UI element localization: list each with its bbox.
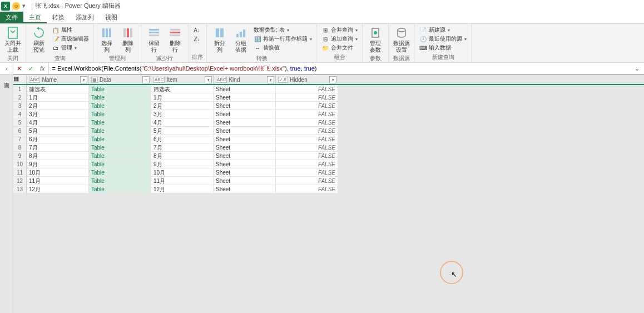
group-label-datasource: 数据源: [392, 54, 411, 63]
excel-icon: X: [1, 2, 10, 11]
combinefiles-icon: 📁: [321, 44, 329, 52]
newsource-icon: 📄: [419, 26, 427, 34]
formula-true1: true: [290, 65, 301, 72]
new-source-button[interactable]: 📄新建源▾: [419, 26, 467, 34]
choose-cols-label: 选择 列: [101, 40, 112, 53]
split-column-button[interactable]: 拆分 列: [210, 25, 229, 54]
caret-icon: ▾: [355, 28, 358, 33]
formula-dropdown[interactable]: ⌄: [630, 65, 644, 72]
refresh-icon: [32, 26, 46, 39]
refresh-preview-button[interactable]: 刷新 预览: [29, 25, 48, 54]
params-icon: [369, 26, 382, 39]
tab-home[interactable]: 主页: [23, 12, 47, 23]
formula-input[interactable]: = Excel.Workbook(File.Contents("C:\Users…: [49, 64, 630, 73]
replace-values-button[interactable]: ↔替换值: [254, 44, 312, 52]
close-load-label: 关闭并 上载: [4, 40, 21, 53]
sort-desc-icon: Z↓: [193, 35, 201, 43]
tab-transform[interactable]: 转换: [47, 12, 70, 23]
group-label-combine: 组合: [320, 53, 359, 62]
datatype-button[interactable]: 数据类型: 表▾: [254, 26, 312, 34]
separator: |: [31, 3, 33, 9]
svg-rect-4: [123, 28, 126, 37]
group-label-managecols: 管理列: [97, 54, 137, 63]
append-label: 追加查询: [331, 35, 353, 43]
quick-access-dropdown[interactable]: ▾: [22, 2, 26, 9]
manage-button[interactable]: 🗂管理▾: [52, 44, 89, 52]
svg-rect-1: [102, 28, 105, 37]
caret-icon: ▾: [448, 28, 450, 33]
datatype-label: 数据类型: 表: [254, 26, 285, 34]
tab-view[interactable]: 视图: [100, 12, 123, 23]
manage-icon: 🗂: [52, 44, 60, 52]
svg-rect-11: [170, 32, 180, 33]
ribbon-group-transform: 拆分 列 分组 依据 数据类型: 表▾ 🔠将第一行用作标题▾ ↔替换值 转换: [207, 24, 317, 62]
combine-files-button[interactable]: 📁合并文件: [321, 44, 358, 52]
ribbon-group-query: 刷新 预览 📋属性 📝高级编辑器 🗂管理▾ 查询: [26, 24, 94, 62]
svg-rect-3: [109, 28, 111, 37]
enter-data-button[interactable]: ⌨输入数据: [419, 44, 467, 52]
remove-columns-button[interactable]: 删除 列: [118, 25, 137, 54]
caret-icon: ▾: [355, 37, 358, 42]
sort-asc-icon: A↓: [193, 26, 201, 34]
window-title-app: Power Query 编辑器: [65, 2, 121, 10]
close-and-load-button[interactable]: 关闭并 上载: [3, 25, 22, 54]
split-col-icon: [213, 26, 226, 39]
enterdata-label: 输入数据: [429, 44, 451, 52]
svg-rect-7: [149, 29, 159, 31]
svg-rect-6: [130, 28, 132, 37]
caret-icon: ▾: [310, 37, 312, 42]
choose-cols-icon: [100, 26, 113, 39]
properties-button[interactable]: 📋属性: [52, 26, 89, 34]
replace-label: 替换值: [263, 44, 280, 52]
ribbon-tabs: 文件 主页 转换 添加列 视图: [0, 12, 644, 24]
tab-addcolumn[interactable]: 添加列: [70, 12, 100, 23]
ribbon-group-managecols: 选择 列 删除 列 管理列: [94, 24, 141, 62]
remove-cols-label: 删除 列: [122, 40, 133, 53]
window-title-sep: -: [60, 3, 65, 9]
append-queries-button[interactable]: ⊟追加查询▾: [321, 35, 358, 43]
params-label: 管理 参数: [370, 40, 381, 53]
choose-columns-button[interactable]: 选择 列: [97, 25, 116, 54]
formula-text-2: ),: [285, 65, 290, 72]
ribbon: 关闭并 上载 关闭 刷新 预览 📋属性 📝高级编辑器 🗂管理▾ 查询 选择 列: [0, 24, 644, 63]
group-label-transform: 转换: [210, 54, 313, 63]
formula-cancel-button[interactable]: ✕: [13, 65, 25, 72]
keep-rows-button[interactable]: 保留 行: [145, 25, 164, 54]
svg-rect-9: [149, 34, 159, 36]
svg-rect-16: [240, 32, 242, 37]
group-by-button[interactable]: 分组 依据: [231, 25, 250, 54]
adv-editor-icon: 📝: [52, 35, 60, 43]
remove-rows-label: 删除 行: [170, 40, 181, 53]
formula-accept-button[interactable]: ✓: [25, 65, 37, 72]
combinefiles-label: 合并文件: [331, 44, 353, 52]
merge-queries-button[interactable]: ⊞合并查询▾: [321, 26, 358, 34]
replace-icon: ↔: [254, 44, 261, 52]
tab-file[interactable]: 文件: [0, 12, 23, 23]
recent-sources-button[interactable]: 🕘最近使用的源▾: [419, 35, 467, 43]
datasource-settings-button[interactable]: 数据源 设置: [392, 25, 411, 54]
advanced-editor-button[interactable]: 📝高级编辑器: [52, 35, 89, 43]
svg-rect-10: [170, 29, 180, 31]
firstrow-label: 将第一行用作标题: [263, 35, 308, 43]
ribbon-group-sort: A↓ Z↓ 排序: [189, 24, 207, 62]
window-title-filename: 张飞.xlsx: [35, 2, 60, 10]
properties-label: 属性: [61, 26, 72, 34]
firstrow-icon: 🔠: [254, 35, 261, 43]
ribbon-group-close: 关闭并 上载 关闭: [0, 24, 26, 62]
group-label-query: 查询: [29, 54, 90, 63]
sort-asc-button[interactable]: A↓: [193, 26, 201, 34]
close-load-icon: [6, 26, 19, 39]
ribbon-group-params: 管理 参数 参数: [363, 24, 389, 62]
split-col-label: 拆分 列: [214, 40, 225, 53]
merge-label: 合并查询: [331, 26, 353, 34]
first-row-header-button[interactable]: 🔠将第一行用作标题▾: [254, 35, 312, 43]
manage-params-button[interactable]: 管理 参数: [366, 25, 385, 54]
group-label-params: 参数: [366, 54, 385, 63]
svg-rect-12: [170, 34, 180, 36]
smiley-icon[interactable]: ☺: [12, 2, 20, 10]
expand-queries-button[interactable]: ›: [0, 63, 13, 74]
sort-desc-button[interactable]: Z↓: [193, 35, 201, 43]
remove-rows-button[interactable]: 删除 行: [166, 25, 185, 54]
remove-rows-icon: [169, 26, 182, 39]
properties-icon: 📋: [52, 26, 60, 34]
